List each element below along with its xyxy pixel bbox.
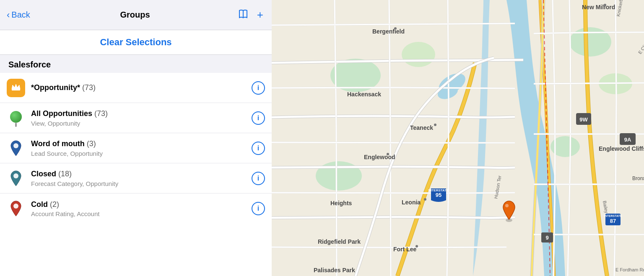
add-group-icon[interactable]: + [257,8,263,21]
svg-point-17 [434,124,436,126]
cold-subtitle: Account Rating, Account [31,210,247,217]
route-9-label: 9 [545,235,548,241]
map-label-leonia: Leonia [402,199,421,206]
crown-icon [10,83,21,93]
all-opportunities-icon [7,109,25,127]
map-label-heights: Heights [330,200,352,206]
map-label-e-fordham: E Fordham Rd [615,267,644,272]
svg-rect-1 [12,89,20,90]
cold-info-button[interactable]: i [252,202,265,215]
section-header-salesforce: Salesforce [0,55,272,73]
list-item-cold[interactable]: Cold (2) Account Rating, Account i [0,193,272,224]
svg-point-19 [424,198,426,201]
closed-icon [7,169,25,188]
all-opportunities-text: All Opportunities (73) View, Opportunity [31,109,247,126]
i87-shield: INTERSTATE 87 [604,214,622,225]
map-label-new-milford: New Milford [582,4,615,10]
header: ‹ Back Groups + [0,0,272,30]
map-label-ridgefield-park: Ridgefield Park [318,238,361,245]
back-button[interactable]: ‹ Back [7,10,40,21]
list-item-word-of-mouth[interactable]: Word of mouth (3) Lead Source, Opportuni… [0,133,272,163]
map-label-fort-lee: Fort Lee [393,246,416,253]
svg-point-4 [13,204,18,209]
opportunity-icon [7,79,25,97]
route-9a-label: 9A [624,137,631,143]
cold-title: Cold (2) [31,200,247,209]
book-icon[interactable] [238,8,249,22]
word-of-mouth-text: Word of mouth (3) Lead Source, Opportuni… [31,139,247,157]
svg-point-15 [394,27,397,30]
word-of-mouth-icon [7,139,25,157]
svg-text:INTERSTATE: INTERSTATE [604,214,622,217]
closed-text: Closed (18) Forecast Category, Opportuni… [31,169,247,187]
clear-selections-bar: Clear Selections [0,30,272,55]
map-panel[interactable]: New Milford Bergenfield Tenafly Yonkers … [272,0,644,276]
map-label-bergenfield: Bergenfield [372,28,405,35]
list-item-closed[interactable]: Closed (18) Forecast Category, Opportuni… [0,163,272,193]
map-label-teaneck: Teaneck [410,124,433,131]
opportunity-text: *Opportunity* (73) [31,83,247,93]
back-chevron-icon: ‹ [7,10,10,21]
map-label-englewood-cliffs: Englewood Cliffs [599,145,644,152]
list-item-all-opportunities[interactable]: All Opportunities (73) View, Opportunity… [0,103,272,133]
word-of-mouth-subtitle: Lead Source, Opportunity [31,150,247,157]
closed-subtitle: Forecast Category, Opportunity [31,180,247,187]
opportunity-info-button[interactable]: i [252,81,265,95]
svg-point-18 [387,153,389,155]
cold-icon [7,199,25,218]
svg-point-2 [13,143,18,148]
all-opportunities-subtitle: View, Opportunity [31,120,247,127]
map-label-hackensack: Hackensack [347,91,381,98]
i95-shield: INTERSTATE 95 [428,188,449,202]
map-label-palisades-park: Palisades Park [314,267,355,273]
svg-text:95: 95 [436,192,441,198]
page-title: Groups [40,10,230,20]
closed-info-button[interactable]: i [252,172,265,185]
svg-point-9 [402,42,435,67]
groups-list: *Opportunity* (73) i All Opportunities (… [0,73,272,276]
word-of-mouth-info-button[interactable]: i [252,142,265,155]
svg-point-3 [13,173,18,178]
closed-title: Closed (18) [31,169,247,179]
cold-text: Cold (2) Account Rating, Account [31,200,247,217]
map-label-englewood: Englewood [364,154,395,160]
svg-text:87: 87 [610,218,616,224]
header-icons: + [230,8,263,22]
word-of-mouth-title: Word of mouth (3) [31,139,247,149]
back-label: Back [11,10,30,20]
route-9w-label: 9W [579,116,588,123]
opportunity-title: *Opportunity* (73) [31,83,247,93]
clear-selections-button[interactable]: Clear Selections [100,37,171,47]
svg-point-14 [604,4,606,6]
list-item-opportunity[interactable]: *Opportunity* (73) i [0,73,272,103]
all-opportunities-info-button[interactable]: i [252,111,265,125]
map-label-bronx: Bronx [632,175,644,181]
left-panel: ‹ Back Groups + Clear Selections Salesfo… [0,0,272,276]
all-opportunities-title: All Opportunities (73) [31,109,247,119]
svg-marker-0 [12,84,20,89]
svg-point-20 [415,245,418,248]
svg-point-28 [505,204,509,207]
